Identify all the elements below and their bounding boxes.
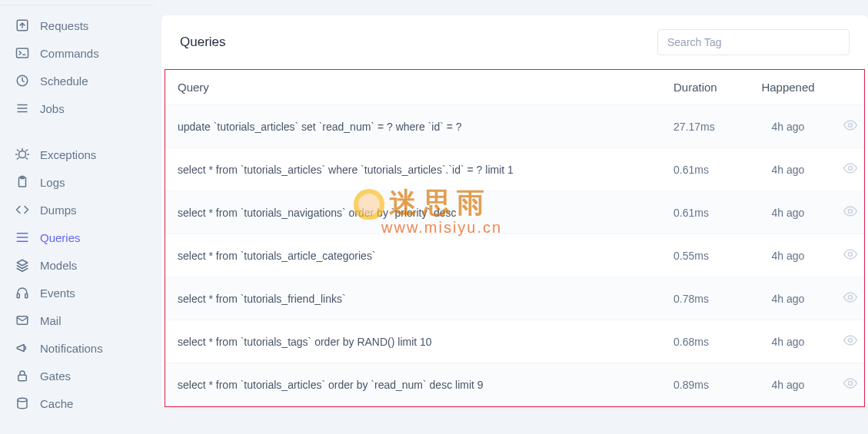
cell-query: update `tutorials_articles` set `read_nu… bbox=[165, 105, 661, 148]
sidebar: RequestsCommandsScheduleJobs ExceptionsL… bbox=[0, 5, 154, 434]
headphones-icon bbox=[15, 286, 29, 300]
cell-duration: 0.61ms bbox=[661, 191, 746, 234]
svg-rect-7 bbox=[25, 294, 28, 298]
queries-table-highlight: Query Duration Happened update `tutorial… bbox=[165, 69, 865, 407]
sidebar-item-cache[interactable]: Cache bbox=[0, 389, 154, 417]
search-box bbox=[657, 29, 850, 55]
sidebar-item-label: Schedule bbox=[40, 75, 88, 88]
bug-icon bbox=[15, 147, 29, 161]
cell-action bbox=[830, 320, 864, 363]
eye-icon[interactable] bbox=[843, 118, 858, 133]
cell-action bbox=[830, 148, 864, 191]
cell-query: select * from `tutorials_articles` order… bbox=[165, 363, 661, 406]
cell-happened: 4h ago bbox=[746, 105, 830, 148]
sidebar-item-exceptions[interactable]: Exceptions bbox=[0, 141, 154, 168]
sidebar-item-label: Logs bbox=[40, 176, 65, 189]
sidebar-item-label: Exceptions bbox=[40, 148, 96, 161]
terminal-icon bbox=[15, 46, 29, 60]
table-header-row: Query Duration Happened bbox=[165, 70, 864, 105]
eye-icon[interactable] bbox=[843, 204, 858, 219]
sidebar-item-commands[interactable]: Commands bbox=[0, 39, 154, 67]
cell-happened: 4h ago bbox=[746, 320, 830, 363]
menu-lines-icon bbox=[15, 230, 29, 244]
cell-action bbox=[830, 234, 864, 277]
code-icon bbox=[15, 203, 29, 217]
svg-point-16 bbox=[849, 339, 853, 343]
eye-icon[interactable] bbox=[843, 290, 858, 305]
svg-rect-6 bbox=[17, 294, 19, 298]
eye-icon[interactable] bbox=[843, 376, 858, 391]
list-icon bbox=[15, 101, 29, 115]
sidebar-item-label: Cache bbox=[40, 397, 73, 410]
search-input[interactable] bbox=[657, 29, 850, 55]
sidebar-item-label: Mail bbox=[40, 314, 62, 327]
sidebar-item-logs[interactable]: Logs bbox=[0, 168, 154, 196]
table-row[interactable]: select * from `tutorials_articles` where… bbox=[165, 148, 864, 191]
sidebar-item-dumps[interactable]: Dumps bbox=[0, 196, 154, 224]
sidebar-item-label: Models bbox=[40, 259, 77, 272]
page-title: Queries bbox=[180, 35, 226, 50]
table-row[interactable]: update `tutorials_articles` set `read_nu… bbox=[165, 105, 864, 148]
clock-icon bbox=[15, 74, 29, 88]
sidebar-item-jobs[interactable]: Jobs bbox=[0, 94, 154, 122]
table-row[interactable]: select * from `tutorials_articles` order… bbox=[165, 363, 864, 406]
cell-happened: 4h ago bbox=[746, 277, 830, 320]
sidebar-item-gates[interactable]: Gates bbox=[0, 362, 154, 389]
cell-happened: 4h ago bbox=[746, 234, 830, 277]
mail-icon bbox=[15, 313, 29, 327]
svg-point-10 bbox=[18, 398, 27, 402]
svg-rect-1 bbox=[17, 48, 28, 58]
eye-icon[interactable] bbox=[843, 333, 858, 348]
cell-action bbox=[830, 105, 864, 148]
sidebar-item-label: Requests bbox=[40, 19, 88, 32]
cell-duration: 27.17ms bbox=[661, 105, 746, 148]
sidebar-item-events[interactable]: Events bbox=[0, 279, 154, 306]
svg-point-12 bbox=[849, 167, 853, 171]
cell-action bbox=[830, 277, 864, 320]
main-content: Queries Query Duration Happened u bbox=[154, 0, 868, 434]
cell-query: select * from `tutorials_articles` where… bbox=[165, 148, 661, 191]
table-row[interactable]: select * from `tutorials_navigations` or… bbox=[165, 191, 864, 234]
sidebar-section-1: RequestsCommandsScheduleJobs bbox=[0, 12, 154, 122]
svg-point-15 bbox=[849, 296, 853, 300]
cell-action bbox=[830, 191, 864, 234]
sidebar-item-schedule[interactable]: Schedule bbox=[0, 67, 154, 94]
cell-happened: 4h ago bbox=[746, 148, 830, 191]
col-header-query: Query bbox=[165, 70, 661, 105]
sidebar-item-requests[interactable]: Requests bbox=[0, 12, 154, 39]
col-header-duration: Duration bbox=[661, 70, 746, 105]
svg-rect-9 bbox=[18, 375, 27, 381]
cell-query: select * from `tutorials_friend_links` bbox=[165, 277, 661, 320]
sidebar-item-models[interactable]: Models bbox=[0, 251, 154, 279]
sidebar-item-label: Queries bbox=[40, 231, 81, 244]
cell-duration: 0.55ms bbox=[661, 234, 746, 277]
database-icon bbox=[15, 396, 29, 410]
table-row[interactable]: select * from `tutorials_tags` order by … bbox=[165, 320, 864, 363]
cell-happened: 4h ago bbox=[746, 363, 830, 406]
arrow-up-square-icon bbox=[15, 18, 29, 32]
sidebar-item-queries[interactable]: Queries bbox=[0, 224, 154, 251]
sidebar-item-label: Jobs bbox=[40, 102, 65, 115]
sidebar-section-2: ExceptionsLogsDumpsQueriesModelsEventsMa… bbox=[0, 141, 154, 417]
table-row[interactable]: select * from `tutorials_article_categor… bbox=[165, 234, 864, 277]
svg-point-17 bbox=[849, 382, 853, 386]
sidebar-item-label: Notifications bbox=[40, 342, 103, 355]
svg-point-3 bbox=[19, 151, 26, 158]
table-row[interactable]: select * from `tutorials_friend_links`0.… bbox=[165, 277, 864, 320]
svg-point-14 bbox=[849, 253, 853, 257]
lock-icon bbox=[15, 369, 29, 383]
cell-action bbox=[830, 363, 864, 406]
megaphone-icon bbox=[15, 341, 29, 355]
sidebar-item-label: Events bbox=[40, 287, 75, 300]
cell-duration: 0.61ms bbox=[661, 148, 746, 191]
sidebar-item-notifications[interactable]: Notifications bbox=[0, 334, 154, 362]
sidebar-item-label: Commands bbox=[40, 47, 99, 60]
sidebar-item-mail[interactable]: Mail bbox=[0, 306, 154, 334]
eye-icon[interactable] bbox=[843, 247, 858, 262]
layers-icon bbox=[15, 258, 29, 272]
eye-icon[interactable] bbox=[843, 161, 858, 176]
svg-point-11 bbox=[849, 124, 853, 128]
sidebar-item-label: Gates bbox=[40, 369, 71, 383]
queries-card: Queries Query Duration Happened u bbox=[161, 15, 868, 407]
cell-query: select * from `tutorials_article_categor… bbox=[165, 234, 661, 277]
